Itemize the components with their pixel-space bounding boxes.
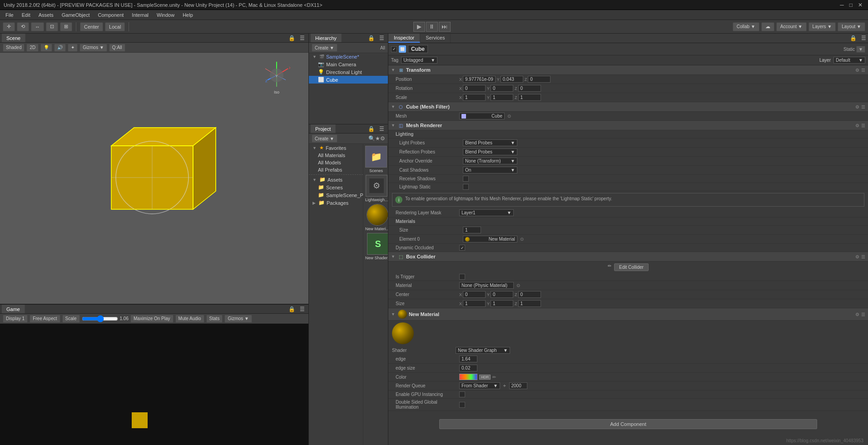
collider-material-dropdown[interactable]: None (Physic Material)	[459, 282, 514, 289]
is-trigger-checkbox[interactable]	[459, 274, 465, 280]
shader-dropdown[interactable]: New Shader Graph ▼	[456, 347, 510, 354]
menu-internal[interactable]: Internal	[128, 11, 152, 19]
scale-x[interactable]: 1	[463, 94, 486, 101]
cloud-button[interactable]: ☁	[761, 22, 774, 31]
inspector-menu-icon[interactable]: ☰	[859, 35, 868, 41]
light-probes-dropdown[interactable]: Blend Probes ▼	[463, 139, 517, 146]
new-material-settings[interactable]: ⚙	[855, 312, 859, 317]
project-lock-icon[interactable]: 🔒	[366, 126, 377, 132]
new-material-asset-tile[interactable]: New Materi...	[365, 204, 388, 231]
new-shader-asset-tile[interactable]: S New Shader...	[365, 233, 388, 260]
rotate-tool[interactable]: ⟲	[17, 22, 29, 31]
search-all[interactable]: Q:All	[109, 44, 125, 52]
all-prefabs-item[interactable]: All Prefabs	[309, 166, 363, 173]
hierarchy-tab[interactable]: Hierarchy	[311, 34, 342, 42]
center-z[interactable]: 0	[518, 291, 541, 298]
scenes-asset-tile[interactable]: 📁 Scenes	[365, 146, 387, 173]
favorites-folder[interactable]: ▼ ★ Favorites	[309, 144, 363, 152]
project-config-icon[interactable]: ⚙	[380, 135, 385, 142]
transform-component-header[interactable]: ▼ ⊞ Transform ⚙ ☰	[388, 65, 868, 75]
scene-root-item[interactable]: ▼ 🎬 SampleScene*	[309, 53, 388, 60]
menu-file[interactable]: File	[2, 11, 17, 19]
menu-gameobject[interactable]: GameObject	[58, 11, 94, 19]
transform-tool[interactable]: ⊞	[60, 22, 72, 31]
scale-z[interactable]: 1	[518, 94, 541, 101]
mesh-dropdown[interactable]: Cube	[459, 113, 505, 119]
position-z[interactable]: 0	[528, 76, 551, 83]
rotation-z[interactable]: 0	[518, 85, 541, 92]
menu-edit[interactable]: Edit	[18, 11, 34, 19]
menu-window[interactable]: Window	[153, 11, 178, 19]
center-y[interactable]: 0	[491, 291, 513, 298]
edge-size-value[interactable]: 0.02	[459, 365, 477, 371]
center-x[interactable]: 0	[463, 291, 486, 298]
account-button[interactable]: Account ▼	[776, 22, 807, 31]
scene-menu-icon[interactable]: ☰	[298, 35, 307, 41]
stats-button[interactable]: Stats	[206, 315, 223, 323]
aspect-dropdown[interactable]: Free Aspect	[30, 315, 60, 323]
scenes-folder[interactable]: 📁 Scenes	[309, 183, 363, 191]
inspector-lock-icon[interactable]: 🔒	[848, 35, 858, 41]
main-camera-item[interactable]: 📷 Main Camera	[309, 60, 388, 68]
step-button[interactable]: ⏭	[439, 22, 451, 32]
all-models-item[interactable]: All Models	[309, 159, 363, 166]
add-component-button[interactable]: Add Component	[439, 419, 817, 429]
render-queue-number[interactable]: 2000	[509, 382, 527, 389]
packages-folder[interactable]: ▶ 📁 Packages	[309, 199, 363, 207]
menu-component[interactable]: Component	[94, 11, 127, 19]
pause-button[interactable]: ⏸	[426, 22, 438, 32]
rendering-layer-dropdown[interactable]: Layer1 ▼	[459, 209, 514, 216]
menu-help[interactable]: Help	[179, 11, 197, 19]
services-tab[interactable]: Services	[420, 34, 451, 43]
profiles-folder[interactable]: 📁 SampleScene_Profiles	[309, 191, 363, 199]
hierarchy-lock-icon[interactable]: 🔒	[366, 35, 377, 41]
double-sided-checkbox[interactable]	[459, 402, 465, 408]
rotation-y[interactable]: 0	[491, 85, 513, 92]
project-create[interactable]: Create ▼	[312, 134, 337, 143]
mesh-filter-settings[interactable]: ⚙	[855, 104, 859, 109]
box-collider-menu[interactable]: ☰	[861, 254, 865, 259]
scene-gizmo[interactable]: Y X Z Iso	[263, 57, 290, 94]
object-active-checkbox[interactable]	[391, 46, 397, 52]
layer-dropdown[interactable]: Default ▼	[833, 57, 865, 64]
new-material-component-header[interactable]: ▼ New Material ⚙ ☰	[388, 308, 868, 321]
game-viewport[interactable]	[0, 324, 308, 445]
inspector-tab[interactable]: Inspector	[388, 34, 420, 43]
center-button[interactable]: Center	[80, 22, 103, 31]
element0-dropdown[interactable]: New Material	[463, 236, 517, 242]
cast-shadows-dropdown[interactable]: On ▼	[463, 167, 517, 173]
edit-collider-button[interactable]: Edit Collider	[614, 263, 649, 271]
scene-viewport[interactable]: Y X Z Iso	[0, 53, 308, 304]
game-gizmos[interactable]: Gizmos ▼	[224, 315, 252, 323]
transform-settings-icon[interactable]: ⚙	[855, 68, 859, 73]
lights-button[interactable]: 💡	[40, 44, 52, 52]
layout-button[interactable]: Layout ▼	[838, 22, 865, 31]
edge-value[interactable]: 1.64	[459, 356, 477, 362]
fx-button[interactable]: ✦	[68, 44, 78, 52]
hierarchy-create[interactable]: Create ▼	[312, 44, 337, 52]
game-lock-icon[interactable]: 🔒	[287, 306, 297, 312]
color-swatch[interactable]	[459, 374, 477, 380]
all-materials-item[interactable]: All Materials	[309, 152, 363, 159]
maximize-on-play[interactable]: Maximize On Play	[130, 315, 174, 323]
mesh-renderer-header[interactable]: ▼ ◫ Mesh Renderer ⚙ ☰	[388, 121, 868, 130]
element0-select-icon[interactable]: ⊙	[520, 237, 524, 242]
layers-button[interactable]: Layers ▼	[808, 22, 836, 31]
scene-lock-icon[interactable]: 🔒	[287, 35, 297, 41]
project-menu-icon[interactable]: ☰	[377, 126, 386, 132]
scene-tab[interactable]: Scene	[2, 34, 25, 42]
hand-tool[interactable]: ✛	[3, 22, 15, 31]
csize-z[interactable]: 1	[518, 300, 541, 307]
new-material-menu[interactable]: ☰	[861, 312, 865, 317]
scale-slider[interactable]	[82, 316, 118, 321]
box-collider-header[interactable]: ▼ ⬚ Box Collider ⚙ ☰	[388, 252, 868, 262]
size-number[interactable]: 1	[463, 227, 481, 233]
close-button[interactable]: ✕	[856, 2, 864, 8]
lightmap-static-checkbox[interactable]	[463, 184, 469, 190]
project-search-icon[interactable]: 🔍	[368, 135, 375, 142]
minimize-button[interactable]: ─	[838, 2, 846, 8]
2d-button[interactable]: 2D	[26, 44, 39, 52]
rect-tool[interactable]: ⊡	[46, 22, 58, 31]
reflection-probes-dropdown[interactable]: Blend Probes ▼	[463, 148, 517, 155]
maximize-button[interactable]: □	[848, 2, 854, 8]
